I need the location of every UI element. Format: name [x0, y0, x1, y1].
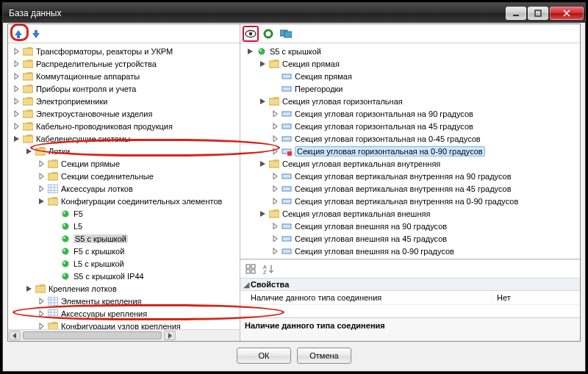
- down-arrow-icon[interactable]: [29, 26, 43, 41]
- expand-icon[interactable]: [259, 159, 267, 168]
- tree-item[interactable]: Электроустановочные изделия: [8, 107, 240, 120]
- property-value[interactable]: Нет: [492, 293, 580, 302]
- eye-icon[interactable]: [243, 26, 258, 41]
- expand-icon[interactable]: [271, 122, 279, 130]
- expand-icon[interactable]: [50, 259, 58, 267]
- expand-icon[interactable]: [37, 172, 46, 180]
- tree-item[interactable]: Секция угловая внешняя на 90 градусов: [240, 220, 580, 232]
- tree-item[interactable]: Секции прямые: [8, 157, 240, 170]
- properties-group-header[interactable]: ◢Свойства: [240, 278, 580, 291]
- expand-icon[interactable]: [12, 134, 21, 143]
- expand-icon[interactable]: [12, 122, 21, 130]
- expand-icon[interactable]: [271, 72, 279, 80]
- tree-item[interactable]: Секция угловая горизонтальная на 45 град…: [240, 120, 580, 132]
- tree-item[interactable]: S5 с крышкой IP44: [8, 270, 240, 282]
- expand-icon[interactable]: [50, 247, 58, 255]
- tree-item[interactable]: Лотки: [8, 145, 240, 157]
- sort-az-icon[interactable]: AZ: [261, 262, 276, 276]
- expand-icon[interactable]: [271, 134, 279, 143]
- left-tree[interactable]: Трансформаторы, реакторы и УКРМРаспредел…: [8, 43, 240, 329]
- expand-icon[interactable]: [246, 47, 254, 55]
- expand-icon[interactable]: [12, 47, 21, 55]
- tree-item[interactable]: Секция угловая вертикальная внутренняя: [240, 157, 580, 170]
- expand-icon[interactable]: [37, 322, 46, 329]
- expand-icon[interactable]: [25, 284, 33, 292]
- maximize-button[interactable]: [528, 7, 548, 20]
- tree-item[interactable]: Коммутационные аппараты: [8, 70, 240, 82]
- expand-icon[interactable]: [271, 247, 279, 255]
- expand-icon[interactable]: [50, 234, 58, 242]
- tree-item[interactable]: Секция угловая горизонтальная: [240, 95, 580, 107]
- scroll-thumb[interactable]: [23, 331, 162, 339]
- property-row[interactable]: Наличие данного типа соединения Нет: [240, 291, 580, 305]
- expand-icon[interactable]: [271, 84, 279, 93]
- expand-icon[interactable]: [37, 309, 46, 317]
- up-arrow-icon[interactable]: [11, 26, 26, 41]
- expand-icon[interactable]: [271, 109, 279, 118]
- titlebar[interactable]: База данных: [3, 3, 585, 23]
- expand-icon[interactable]: [259, 97, 267, 105]
- tree-item[interactable]: S5 с крышкой: [8, 232, 240, 245]
- expand-icon[interactable]: [271, 234, 279, 242]
- worksheet-icon[interactable]: [279, 26, 293, 41]
- tree-item[interactable]: Секция угловая вертикальная внешняя: [240, 207, 580, 220]
- expand-icon[interactable]: [37, 159, 46, 168]
- tree-item[interactable]: Секции соединительные: [8, 170, 240, 182]
- ok-button[interactable]: ОК: [237, 348, 291, 364]
- expand-icon[interactable]: [25, 147, 33, 155]
- tree-item[interactable]: Распределительные устройства: [8, 57, 240, 70]
- cancel-button[interactable]: Отмена: [297, 348, 351, 364]
- tree-item[interactable]: Трансформаторы, реакторы и УКРМ: [8, 45, 240, 57]
- close-button[interactable]: [550, 7, 584, 20]
- tree-item[interactable]: Секция угловая горизонтальная на 90 град…: [240, 107, 580, 120]
- tree-item[interactable]: Крепления лотков: [8, 282, 240, 295]
- tree-item[interactable]: Секция угловая внешняя на 45 градусов: [240, 232, 580, 245]
- expand-icon[interactable]: [37, 184, 46, 193]
- tree-item[interactable]: Секция угловая внешняя на 0-90 градусов: [240, 245, 580, 257]
- tree-item[interactable]: L5 с крышкой: [8, 257, 240, 270]
- tree-item[interactable]: Секция угловая вертикальная универсальна…: [240, 257, 580, 259]
- tree-item[interactable]: Секция угловая горизонтальная на 0-90 гр…: [240, 145, 580, 157]
- tree-item[interactable]: Кабельно-проводниковая продукция: [8, 120, 240, 132]
- scroll-left-icon[interactable]: [9, 331, 21, 340]
- scroll-right-icon[interactable]: [164, 331, 176, 340]
- tree-item[interactable]: Секция угловая вертикальная внутренняя н…: [240, 195, 580, 207]
- properties-grid[interactable]: ◢Свойства Наличие данного типа соединени…: [240, 278, 580, 317]
- tree-item[interactable]: Конфигурации соединительных элементов: [8, 195, 240, 207]
- expand-icon[interactable]: [12, 60, 21, 68]
- tree-item[interactable]: S5 с крышкой: [240, 45, 580, 57]
- expand-icon[interactable]: [271, 184, 279, 193]
- tree-item[interactable]: Электроприемники: [8, 95, 240, 107]
- expand-icon[interactable]: [259, 209, 267, 217]
- expand-icon[interactable]: [50, 272, 58, 280]
- tree-item[interactable]: Перегородки: [240, 82, 580, 95]
- expand-icon[interactable]: [271, 147, 279, 155]
- expand-icon[interactable]: [37, 197, 46, 205]
- tree-item[interactable]: Секция угловая вертикальная внутренняя н…: [240, 182, 580, 195]
- expand-icon[interactable]: [271, 222, 279, 230]
- expand-icon[interactable]: [271, 197, 279, 205]
- tree-item[interactable]: Секция прямая: [240, 70, 580, 82]
- expand-icon[interactable]: [37, 297, 46, 305]
- tree-item[interactable]: Секция угловая горизонтальная на 0-45 гр…: [240, 132, 580, 145]
- tree-item[interactable]: Секция прямая: [240, 57, 580, 70]
- expand-icon[interactable]: [50, 209, 58, 217]
- scrollbar-horizontal[interactable]: [8, 329, 240, 341]
- tree-item[interactable]: F5: [8, 207, 240, 220]
- tree-item[interactable]: L5: [8, 220, 240, 232]
- minimize-button[interactable]: [506, 7, 526, 20]
- expand-icon[interactable]: [50, 222, 58, 230]
- expand-icon[interactable]: [12, 109, 21, 118]
- expand-icon[interactable]: [12, 84, 21, 93]
- tree-item[interactable]: Конфигурации узлов крепления: [8, 320, 240, 329]
- expand-icon[interactable]: [259, 60, 267, 68]
- tree-item[interactable]: Кабеленесущие системы: [8, 132, 240, 145]
- categorize-icon[interactable]: [243, 262, 258, 276]
- tree-item[interactable]: Секция угловая вертикальная внутренняя н…: [240, 170, 580, 182]
- tree-item[interactable]: Аксессуары лотков: [8, 182, 240, 195]
- tree-item[interactable]: Приборы контроля и учета: [8, 82, 240, 95]
- right-tree[interactable]: S5 с крышкойСекция прямаяСекция прямаяПе…: [240, 43, 580, 259]
- expand-icon[interactable]: [12, 72, 21, 80]
- tree-item[interactable]: Элементы крепления: [8, 295, 240, 307]
- gear-icon[interactable]: [261, 26, 276, 41]
